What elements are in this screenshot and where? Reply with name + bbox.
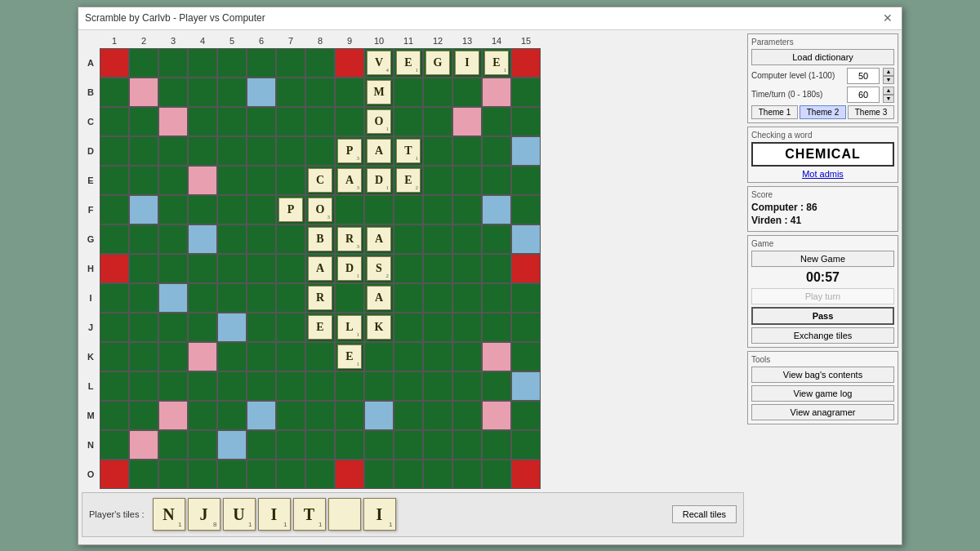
cell-A5[interactable] [217,48,247,78]
cell-H2[interactable] [129,254,158,283]
player-tile-1[interactable]: J8 [188,498,220,531]
cell-A6[interactable] [247,48,276,78]
cell-M12[interactable] [423,401,452,430]
cell-I8[interactable]: R [305,283,335,313]
cell-I1[interactable] [100,283,129,313]
player-tile-3[interactable]: I1 [258,498,291,531]
cell-B6[interactable] [247,78,276,107]
player-tile-6[interactable]: I1 [363,498,396,531]
cell-B8[interactable] [305,78,335,107]
cell-D14[interactable] [482,136,511,166]
cell-O7[interactable] [276,460,305,489]
cell-O8[interactable] [305,460,335,489]
cell-K1[interactable] [100,342,129,371]
cell-I14[interactable] [482,283,511,313]
cell-K3[interactable] [158,342,188,371]
cell-H10[interactable]: S2 [364,254,394,283]
cell-J2[interactable] [129,313,158,342]
cell-D9[interactable]: P3 [335,136,364,166]
cell-E15[interactable] [511,166,541,195]
cell-I12[interactable] [423,283,452,313]
cell-H12[interactable] [423,254,452,283]
cell-I6[interactable] [247,283,276,313]
cell-G12[interactable] [423,224,452,254]
cell-H6[interactable] [247,254,276,283]
cell-B13[interactable] [452,78,482,107]
comp-level-up[interactable]: ▲ [883,68,894,76]
cell-A13[interactable]: I [452,48,482,78]
cell-E14[interactable] [482,166,511,195]
cell-J10[interactable]: K [364,313,394,342]
cell-G15[interactable] [511,224,541,254]
cell-B2[interactable] [129,78,158,107]
cell-J3[interactable] [158,313,188,342]
cell-L13[interactable] [452,371,482,401]
load-dictionary-button[interactable]: Load dictionary [751,49,894,65]
cell-N15[interactable] [511,430,541,460]
cell-A11[interactable]: E1 [394,48,423,78]
cell-D10[interactable]: A [364,136,394,166]
cell-C9[interactable] [335,107,364,136]
cell-F7[interactable]: P [276,195,305,224]
cell-C15[interactable] [511,107,541,136]
cell-L12[interactable] [423,371,452,401]
cell-J4[interactable] [188,313,217,342]
cell-A12[interactable]: G [423,48,452,78]
cell-E2[interactable] [129,166,158,195]
cell-I2[interactable] [129,283,158,313]
cell-K8[interactable] [305,342,335,371]
player-tile-5[interactable] [328,498,361,531]
cell-G10[interactable]: A [364,224,394,254]
cell-E7[interactable] [276,166,305,195]
cell-I3[interactable] [158,283,188,313]
cell-F14[interactable] [482,195,511,224]
cell-K13[interactable] [452,342,482,371]
cell-B3[interactable] [158,78,188,107]
cell-N8[interactable] [305,430,335,460]
cell-M10[interactable] [364,401,394,430]
cell-N9[interactable] [335,430,364,460]
cell-K9[interactable]: E1 [335,342,364,371]
player-tile-2[interactable]: U1 [223,498,256,531]
theme3-button[interactable]: Theme 3 [848,105,894,119]
cell-I10[interactable]: A [364,283,394,313]
cell-B4[interactable] [188,78,217,107]
view-bag-button[interactable]: View bag's contents [751,367,894,383]
time-turn-up[interactable]: ▲ [883,87,894,95]
cell-C5[interactable] [217,107,247,136]
cell-D2[interactable] [129,136,158,166]
cell-D12[interactable] [423,136,452,166]
cell-F6[interactable] [247,195,276,224]
cell-A14[interactable]: E1 [482,48,511,78]
cell-C4[interactable] [188,107,217,136]
cell-H4[interactable] [188,254,217,283]
cell-M14[interactable] [482,401,511,430]
cell-D15[interactable] [511,136,541,166]
cell-J15[interactable] [511,313,541,342]
cell-A2[interactable] [129,48,158,78]
cell-E4[interactable] [188,166,217,195]
player-tile-4[interactable]: T1 [293,498,326,531]
cell-H14[interactable] [482,254,511,283]
cell-K2[interactable] [129,342,158,371]
cell-A7[interactable] [276,48,305,78]
cell-K14[interactable] [482,342,511,371]
cell-D6[interactable] [247,136,276,166]
cell-H1[interactable] [100,254,129,283]
cell-N6[interactable] [247,430,276,460]
cell-C12[interactable] [423,107,452,136]
cell-L7[interactable] [276,371,305,401]
cell-F15[interactable] [511,195,541,224]
cell-J1[interactable] [100,313,129,342]
view-log-button[interactable]: View game log [751,385,894,402]
cell-M1[interactable] [100,401,129,430]
cell-O10[interactable] [364,460,394,489]
cell-E10[interactable]: D1 [364,166,394,195]
cell-B9[interactable] [335,78,364,107]
pass-button[interactable]: Pass [751,307,894,325]
cell-M4[interactable] [188,401,217,430]
cell-G11[interactable] [394,224,423,254]
cell-N1[interactable] [100,430,129,460]
cell-J11[interactable] [394,313,423,342]
cell-M3[interactable] [158,401,188,430]
